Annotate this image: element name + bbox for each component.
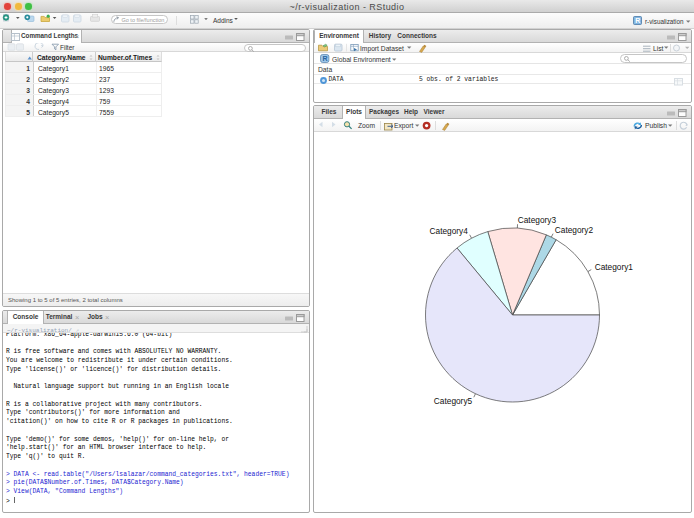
- svg-text:Category4: Category4: [430, 226, 469, 236]
- svg-text:Category1: Category1: [595, 262, 634, 272]
- svg-text:Category5: Category5: [434, 396, 473, 406]
- svg-text:Category3: Category3: [518, 215, 557, 225]
- svg-text:Category2: Category2: [555, 225, 594, 235]
